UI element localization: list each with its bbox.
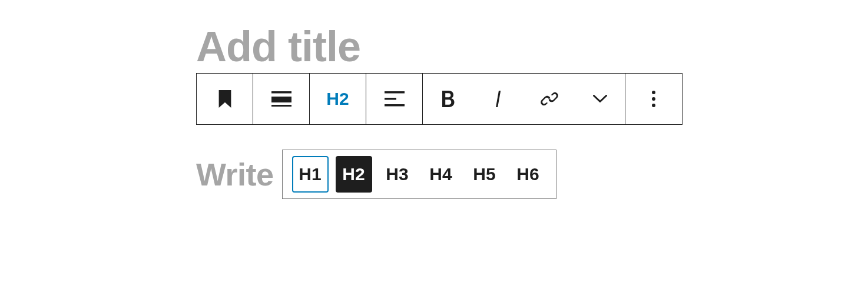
toc-lines-icon <box>271 91 291 107</box>
bold-button[interactable] <box>423 74 473 124</box>
title-input-placeholder[interactable]: Add title <box>196 25 868 69</box>
align-left-icon <box>385 91 405 107</box>
heading-level-label: H2 <box>326 89 349 109</box>
svg-point-7 <box>652 97 655 101</box>
svg-point-8 <box>652 104 655 107</box>
heading-level-label: H5 <box>473 164 495 184</box>
heading-level-h4-button[interactable]: H4 <box>423 156 459 193</box>
bookmark-icon <box>217 90 233 108</box>
heading-level-h1-button[interactable]: H1 <box>292 156 329 193</box>
block-type-button[interactable] <box>197 74 253 124</box>
link-button[interactable] <box>524 74 575 124</box>
link-icon <box>540 90 559 108</box>
italic-icon <box>493 91 505 107</box>
table-of-contents-button[interactable] <box>253 74 310 124</box>
svg-rect-2 <box>271 105 291 107</box>
svg-point-6 <box>652 91 655 94</box>
editor-canvas: Add title H2 <box>0 0 868 199</box>
svg-rect-0 <box>271 91 291 94</box>
heading-level-h6-button[interactable]: H6 <box>510 156 546 193</box>
heading-level-label: H3 <box>386 164 408 184</box>
svg-rect-4 <box>385 98 396 100</box>
heading-level-h5-button[interactable]: H5 <box>466 156 503 193</box>
align-button[interactable] <box>366 74 423 124</box>
svg-rect-3 <box>385 91 405 94</box>
block-toolbar: H2 <box>196 73 683 125</box>
heading-level-label: H4 <box>429 164 452 184</box>
more-formatting-button[interactable] <box>575 74 625 124</box>
bold-icon <box>441 91 455 107</box>
heading-level-label: H2 <box>342 164 365 184</box>
more-vertical-icon <box>651 90 656 108</box>
heading-level-label: H6 <box>516 164 539 184</box>
svg-rect-1 <box>271 97 291 102</box>
heading-block-row: Write H1H2H3H4H5H6 <box>196 150 868 199</box>
heading-level-button[interactable]: H2 <box>310 74 366 124</box>
heading-level-h3-button[interactable]: H3 <box>379 156 416 193</box>
italic-button[interactable] <box>473 74 524 124</box>
more-options-button[interactable] <box>625 74 682 124</box>
heading-body-placeholder[interactable]: Write <box>196 156 274 193</box>
heading-level-label: H1 <box>299 164 321 184</box>
heading-level-panel: H1H2H3H4H5H6 <box>282 150 556 199</box>
svg-rect-5 <box>385 104 405 107</box>
heading-level-h2-button[interactable]: H2 <box>336 156 372 193</box>
chevron-down-icon <box>593 95 607 103</box>
